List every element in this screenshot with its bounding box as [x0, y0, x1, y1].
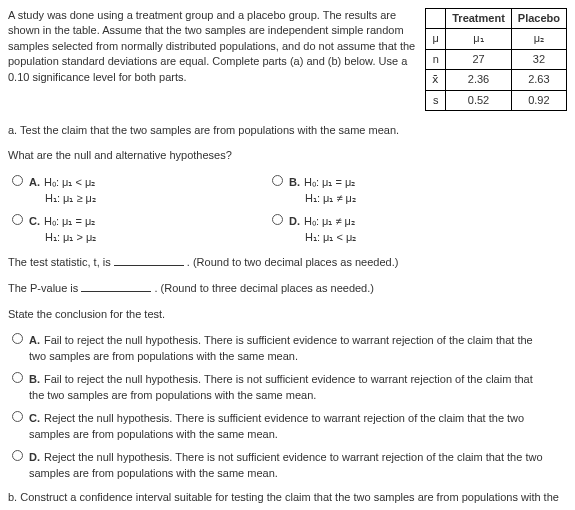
opt-label: C.	[29, 215, 40, 227]
radio-icon	[12, 333, 23, 344]
opt-b-h1: H₁: μ₁ ≠ μ₂	[305, 190, 356, 207]
part-b-prompt: b. Construct a confidence interval suita…	[8, 490, 567, 510]
concl-a-text: Fail to reject the null hypothesis. Ther…	[29, 334, 533, 363]
hyp-option-b[interactable]: B.H₀: μ₁ = μ₂ H₁: μ₁ ≠ μ₂	[272, 174, 512, 207]
opt-d-h1: H₁: μ₁ < μ₂	[305, 229, 356, 246]
hyp-option-a[interactable]: A.H₀: μ₁ < μ₂ H₁: μ₁ ≥ μ₂	[12, 174, 252, 207]
row-xbar: x̄	[426, 70, 446, 90]
radio-icon	[12, 450, 23, 461]
concl-b-text: Fail to reject the null hypothesis. Ther…	[29, 373, 533, 402]
col-placebo: Placebo	[511, 9, 566, 29]
tstat-label: The test statistic, t, is	[8, 256, 111, 268]
concl-option-a[interactable]: A.Fail to reject the null hypothesis. Th…	[12, 332, 567, 365]
opt-label: D.	[29, 451, 40, 463]
row-n: n	[426, 49, 446, 69]
hyp-option-c[interactable]: C.H₀: μ₁ = μ₂ H₁: μ₁ > μ₂	[12, 213, 252, 246]
opt-label: A.	[29, 176, 40, 188]
row-s: s	[426, 90, 446, 110]
radio-icon	[12, 411, 23, 422]
opt-a-h1: H₁: μ₁ ≥ μ₂	[45, 190, 96, 207]
concl-option-c[interactable]: C.Reject the null hypothesis. There is s…	[12, 410, 567, 443]
concl-c-text: Reject the null hypothesis. There is suf…	[29, 412, 524, 441]
concl-option-b[interactable]: B.Fail to reject the null hypothesis. Th…	[12, 371, 567, 404]
s1: 0.52	[446, 90, 512, 110]
pvalue-input[interactable]	[81, 280, 151, 292]
hyp-option-d[interactable]: D.H₀: μ₁ ≠ μ₂ H₁: μ₁ < μ₂	[272, 213, 512, 246]
hypotheses-prompt: What are the null and alternative hypoth…	[8, 148, 567, 163]
data-table: Treatment Placebo μ μ₁ μ₂ n 27 32 x̄ 2.3…	[425, 8, 567, 111]
s2: 0.92	[511, 90, 566, 110]
conclusion-prompt: State the conclusion for the test.	[8, 307, 567, 322]
row-mu: μ	[426, 29, 446, 49]
mu2: μ₂	[511, 29, 566, 49]
opt-label: B.	[289, 176, 300, 188]
opt-label: C.	[29, 412, 40, 424]
mu1: μ₁	[446, 29, 512, 49]
radio-icon	[12, 372, 23, 383]
col-treatment: Treatment	[446, 9, 512, 29]
n1: 27	[446, 49, 512, 69]
tstat-hint: . (Round to two decimal places as needed…	[187, 256, 399, 268]
concl-option-d[interactable]: D.Reject the null hypothesis. There is n…	[12, 449, 567, 482]
opt-b-h0: H₀: μ₁ = μ₂	[304, 176, 355, 188]
pvalue-hint: . (Round to three decimal places as need…	[154, 282, 374, 294]
xbar2: 2.63	[511, 70, 566, 90]
opt-c-h1: H₁: μ₁ > μ₂	[45, 229, 96, 246]
opt-d-h0: H₀: μ₁ ≠ μ₂	[304, 215, 355, 227]
pvalue-label: The P-value is	[8, 282, 78, 294]
n2: 32	[511, 49, 566, 69]
concl-d-text: Reject the null hypothesis. There is not…	[29, 451, 543, 480]
opt-a-h0: H₀: μ₁ < μ₂	[44, 176, 95, 188]
xbar1: 2.36	[446, 70, 512, 90]
opt-c-h0: H₀: μ₁ = μ₂	[44, 215, 95, 227]
tstat-input[interactable]	[114, 254, 184, 266]
part-a-prompt: a. Test the claim that the two samples a…	[8, 123, 567, 138]
radio-icon	[272, 175, 283, 186]
opt-label: B.	[29, 373, 40, 385]
opt-label: A.	[29, 334, 40, 346]
radio-icon	[12, 214, 23, 225]
opt-label: D.	[289, 215, 300, 227]
radio-icon	[272, 214, 283, 225]
problem-intro: A study was done using a treatment group…	[8, 8, 417, 111]
radio-icon	[12, 175, 23, 186]
